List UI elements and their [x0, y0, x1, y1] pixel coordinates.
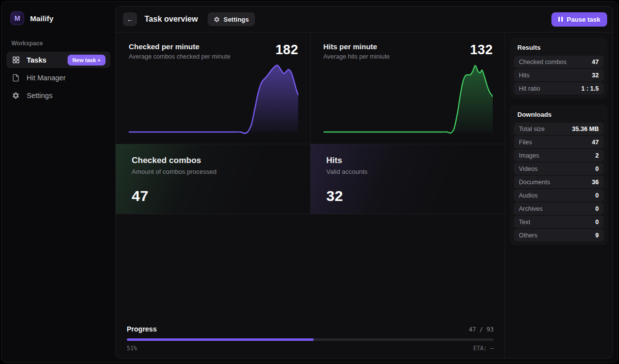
- info-row-label: Checked combos: [519, 59, 567, 66]
- brand: M Mailify: [10, 11, 107, 25]
- back-arrow-icon: ←: [127, 15, 134, 23]
- info-row-videos: Videos 0: [514, 163, 604, 175]
- info-row-label: Archives: [519, 205, 543, 212]
- chart-subtitle: Average hits per miniute: [324, 53, 390, 60]
- info-row-checked-combos: Checked combos 47: [514, 56, 604, 68]
- progress-footer: 51% ETA: —: [127, 345, 494, 352]
- panel-body: Checked per minute Average combos checke…: [116, 33, 613, 358]
- info-row-total-size: Total size 35.36 MB: [514, 123, 604, 135]
- brand-name: Mailify: [30, 14, 53, 23]
- progress-section: Progress 47 / 93 51% ETA: —: [116, 325, 505, 358]
- chart-title: Hits per minute: [324, 42, 390, 51]
- info-row-others: Others 9: [514, 229, 604, 241]
- info-section-title: Downloads: [517, 111, 600, 118]
- info-section-downloads: Downloads Total size 35.36 MB Files 47 I…: [510, 105, 608, 245]
- main-panel: ← Task overview Settings Pause task Chec…: [115, 6, 613, 359]
- task-settings-label: Settings: [223, 16, 249, 23]
- sidebar: M Mailify Workspace Tasks New task + Hit…: [1, 1, 115, 363]
- file-icon: [11, 73, 20, 82]
- stat-card-value: 47: [132, 188, 294, 204]
- stat-card-title: Checked combos: [132, 156, 294, 165]
- info-row-value: 1 : 1.5: [582, 85, 599, 92]
- info-row-hit-ratio: Hit ratio 1 : 1.5: [514, 82, 604, 95]
- info-row-label: Text: [519, 219, 530, 226]
- info-row-images: Images 2: [514, 149, 604, 162]
- sparkline-chart: [129, 63, 298, 134]
- info-row-label: Files: [519, 139, 532, 146]
- file-icon: [12, 74, 20, 82]
- progress-bar-track: [127, 338, 494, 341]
- stat-card-value: 32: [327, 188, 489, 204]
- info-row-value: 0: [595, 205, 599, 212]
- info-row-label: Images: [519, 152, 539, 159]
- progress-bar-fill: [127, 338, 314, 341]
- info-section-title: Results: [517, 44, 600, 51]
- brand-logo: M: [10, 11, 24, 25]
- gear-icon: [12, 92, 20, 99]
- info-row-value: 0: [595, 219, 599, 226]
- panel-header: ← Task overview Settings Pause task: [116, 6, 613, 33]
- page-title: Task overview: [145, 15, 198, 24]
- app-window: M Mailify Workspace Tasks New task + Hit…: [1, 1, 618, 363]
- chart-value: 132: [470, 43, 493, 57]
- gear-icon: [11, 91, 20, 100]
- pause-icon: [558, 17, 563, 22]
- content-column: Checked per minute Average combos checke…: [116, 33, 505, 358]
- info-row-value: 36: [592, 179, 599, 186]
- stat-card-subtitle: Valid accounts: [327, 168, 489, 175]
- back-button[interactable]: ←: [123, 12, 137, 26]
- chart-subtitle: Average combos checked per minute: [129, 53, 230, 60]
- info-row-text: Text 0: [514, 216, 604, 228]
- sidebar-item-label: Settings: [27, 92, 52, 99]
- progress-label: Progress: [127, 325, 157, 333]
- grid-icon: [12, 56, 20, 64]
- progress-eta: ETA: —: [473, 345, 494, 352]
- stat-card-title: Hits: [327, 156, 489, 165]
- stats-sidebar: Results Checked combos 47 Hits 32 Hit ra…: [505, 33, 613, 358]
- stats-row: Checked combos Amount of combos processe…: [116, 144, 505, 214]
- info-row-value: 32: [592, 72, 599, 79]
- workspace-section-label: Workspace: [11, 40, 106, 47]
- info-row-value: 2: [595, 152, 599, 159]
- info-row-value: 9: [595, 232, 599, 239]
- chart-title: Checked per minute: [129, 42, 230, 51]
- info-row-documents: Documents 36: [514, 176, 604, 188]
- gear-icon: [214, 16, 220, 23]
- sidebar-item-settings[interactable]: Settings: [6, 87, 110, 103]
- sparkline-chart: [324, 63, 493, 134]
- sidebar-item-label: Tasks: [27, 56, 46, 64]
- info-row-label: Audios: [519, 192, 538, 199]
- info-row-label: Hit ratio: [519, 85, 540, 92]
- info-row-label: Total size: [519, 126, 545, 132]
- content-spacer: [116, 214, 505, 325]
- progress-percent: 51%: [127, 345, 137, 352]
- info-row-label: Others: [519, 232, 538, 239]
- info-row-label: Videos: [519, 165, 538, 172]
- progress-fraction: 47 / 93: [469, 326, 494, 333]
- sidebar-nav: Tasks New task + Hit Manager Settings: [6, 52, 110, 103]
- chart-card-checked-per-minute: Checked per minute Average combos checke…: [116, 33, 310, 144]
- grid-icon: [11, 56, 20, 65]
- info-row-value: 35.36 MB: [572, 126, 599, 132]
- chart-value: 182: [276, 43, 298, 57]
- sidebar-item-hit-manager[interactable]: Hit Manager: [6, 69, 110, 86]
- sidebar-item-label: Hit Manager: [27, 74, 66, 82]
- info-row-files: Files 47: [514, 136, 604, 148]
- info-row-hits: Hits 32: [514, 69, 604, 81]
- info-row-archives: Archives 0: [514, 202, 604, 215]
- info-row-value: 0: [595, 165, 599, 172]
- info-row-value: 47: [592, 139, 599, 146]
- charts-row: Checked per minute Average combos checke…: [116, 33, 505, 144]
- new-task-button[interactable]: New task +: [68, 55, 106, 66]
- sidebar-item-tasks[interactable]: Tasks New task +: [6, 52, 110, 68]
- info-row-audios: Audios 0: [514, 189, 604, 201]
- pause-task-button[interactable]: Pause task: [551, 12, 607, 27]
- info-row-label: Hits: [519, 72, 530, 79]
- stat-card-subtitle: Amount of combos processed: [132, 168, 294, 175]
- info-row-label: Documents: [519, 179, 550, 186]
- stat-card-checked-combos: Checked combos Amount of combos processe…: [116, 144, 310, 214]
- task-settings-button[interactable]: Settings: [208, 12, 255, 26]
- stat-card-hits: Hits Valid accounts 32: [310, 144, 505, 214]
- progress-header: Progress 47 / 93: [127, 325, 494, 333]
- info-section-results: Results Checked combos 47 Hits 32 Hit ra…: [510, 38, 608, 99]
